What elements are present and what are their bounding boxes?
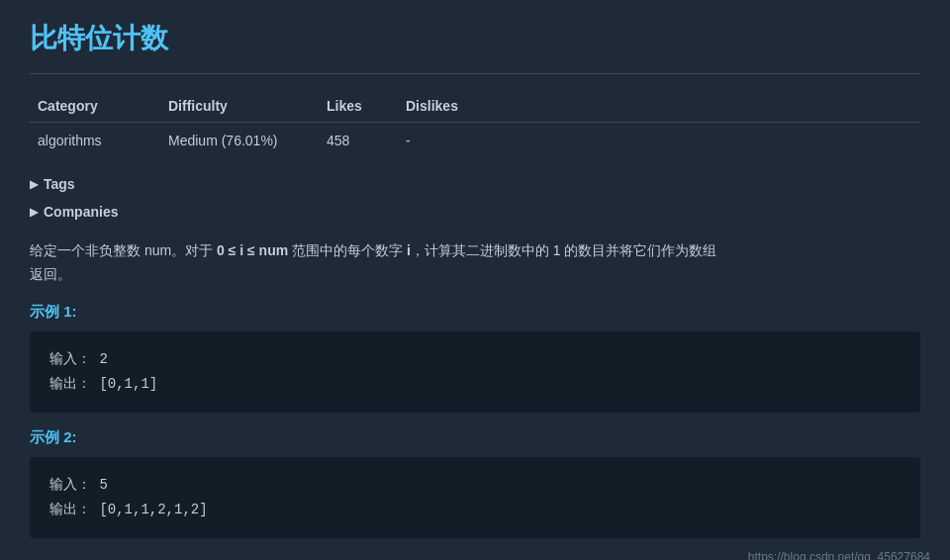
col-header-likes: Likes [327, 90, 406, 123]
example-1-title: 示例 1: [30, 303, 920, 322]
companies-label: Companies [44, 204, 118, 220]
example-2-output-line: 输出： [0,1,1,2,1,2] [49, 498, 901, 522]
example-2-title: 示例 2: [30, 428, 920, 447]
example-1-output-value: [0,1,1] [99, 376, 157, 392]
page-container: 比特位计数 Category Difficulty Likes Dislikes… [0, 0, 950, 560]
example-2-input-value: 5 [99, 477, 107, 493]
example-2-input-line: 输入： 5 [49, 473, 901, 498]
col-header-dislikes: Dislikes [406, 90, 920, 123]
watermark: https://blog.csdn.net/qq_45627684 [748, 550, 930, 560]
example-1-code-block: 输入： 2 输出： [0,1,1] [30, 331, 920, 413]
example-1-input-value: 2 [99, 351, 107, 367]
cell-likes: 458 [327, 123, 406, 159]
tags-label: Tags [44, 176, 75, 192]
example-2-output-label: 输出： [49, 502, 91, 517]
example-2-output-value: [0,1,1,2,1,2] [99, 502, 207, 517]
tags-collapsible[interactable]: ▶ Tags [30, 170, 920, 198]
example-1-input-label: 输入： [49, 351, 91, 367]
companies-collapsible[interactable]: ▶ Companies [30, 198, 920, 226]
meta-table: Category Difficulty Likes Dislikes algor… [30, 90, 920, 158]
page-title: 比特位计数 [30, 20, 920, 57]
cell-category: algorithms [30, 123, 168, 159]
example-1-output-label: 输出： [49, 376, 91, 392]
description-text: 给定一个非负整数 num。对于 0 ≤ i ≤ num 范围中的每个数字 i，计… [30, 239, 920, 287]
cell-difficulty: Medium (76.01%) [168, 123, 327, 159]
companies-arrow-icon: ▶ [30, 206, 38, 219]
example-2: 示例 2: 输入： 5 输出： [0,1,1,2,1,2] [30, 428, 920, 538]
example-1-output-line: 输出： [0,1,1] [49, 372, 901, 397]
example-2-input-label: 输入： [49, 477, 91, 493]
example-1: 示例 1: 输入： 2 输出： [0,1,1] [30, 303, 920, 413]
example-1-input-line: 输入： 2 [49, 347, 901, 372]
divider [30, 73, 920, 74]
col-header-difficulty: Difficulty [168, 90, 327, 123]
example-2-code-block: 输入： 5 输出： [0,1,1,2,1,2] [30, 457, 920, 538]
tags-arrow-icon: ▶ [30, 178, 38, 191]
table-row: algorithms Medium (76.01%) 458 - [30, 123, 920, 159]
col-header-category: Category [30, 90, 168, 123]
cell-dislikes: - [406, 123, 920, 159]
